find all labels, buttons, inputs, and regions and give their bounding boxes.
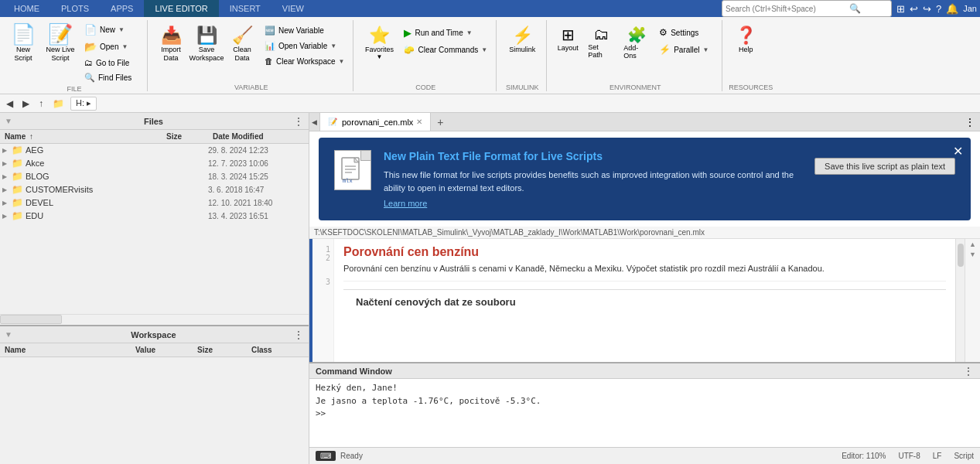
run-and-time-button[interactable]: ▶ Run and Time ▼ — [400, 25, 491, 41]
search-input[interactable] — [726, 5, 849, 13]
save-workspace-label: Save Workspace — [190, 46, 224, 63]
layout-label: Layout — [558, 44, 579, 52]
find-files-button[interactable]: 🔍 Find Files — [80, 70, 142, 85]
line-ending: LF — [933, 452, 942, 460]
file-row[interactable]: ▶ 📁 EDU 13. 4. 2023 16:51 — [0, 210, 309, 223]
file-row[interactable]: ▶ 📁 CUSTOMERvisits 3. 6. 2018 16:47 — [0, 183, 309, 196]
open-button[interactable]: 📂 Open ▼ — [80, 39, 142, 55]
simulink-section-label: SIMULINK — [503, 84, 541, 91]
workspace-collapse-icon[interactable]: ▼ — [5, 330, 12, 339]
forward-button[interactable]: ▶ — [19, 97, 32, 111]
file-row[interactable]: ▶ 📁 Akce 12. 7. 2023 10:06 — [0, 157, 309, 170]
command-window-body[interactable]: Hezký den, Jane!Je jasno a teplota -1.76… — [309, 379, 980, 447]
browse-button[interactable]: 📁 — [50, 97, 67, 111]
favorites-button[interactable]: ⭐ Favorites ▼ — [360, 22, 398, 64]
search-bar[interactable]: 🔍 — [722, 0, 892, 17]
go-to-file-button[interactable]: 🗂 Go to File — [80, 56, 142, 70]
folder-icon: 📁 — [12, 210, 23, 221]
settings-button[interactable]: ⚙ Settings — [655, 25, 717, 40]
new-script-icon: 📄 — [11, 24, 36, 44]
find-files-icon: 🔍 — [84, 73, 95, 83]
file-date-label: 29. 8. 2024 12:23 — [208, 146, 309, 155]
files-section: ▼ Files ⋮ Name ↑ Size Date Modified ▶ 📁 … — [0, 113, 309, 325]
new-tab-button[interactable]: + — [431, 113, 449, 131]
files-menu-button[interactable]: ⋮ — [293, 115, 304, 128]
clean-data-icon: 🧹 — [232, 26, 253, 46]
editor-scrollbar[interactable] — [955, 239, 965, 362]
help-icon[interactable]: ? — [936, 3, 941, 15]
save-workspace-button[interactable]: 💾 Save Workspace — [190, 22, 224, 67]
back-button[interactable]: ◀ — [3, 97, 16, 111]
file-date-label: 18. 3. 2024 15:25 — [208, 172, 309, 181]
cmd-line: Je jasno a teplota -1.76°C, pocitově -5.… — [316, 395, 974, 408]
clear-workspace-dropdown: ▼ — [339, 58, 345, 65]
tab-plots[interactable]: PLOTS — [50, 0, 100, 17]
tab-insert[interactable]: INSERT — [219, 0, 271, 17]
new-live-script-button[interactable]: 📝 New Live Script — [42, 20, 79, 67]
tab-menu-button[interactable]: ⋮ — [960, 113, 980, 131]
simulink-button[interactable]: ⚡ Simulink — [503, 22, 541, 57]
tab-apps[interactable]: APPS — [100, 0, 144, 17]
add-ons-button[interactable]: 🧩 Add-Ons — [620, 22, 654, 63]
file-date-label: 12. 10. 2021 18:40 — [208, 199, 309, 207]
tab-home[interactable]: HOME — [3, 0, 50, 17]
new-variable-button[interactable]: 🆕 New Variable — [261, 23, 348, 38]
simulink-label: Simulink — [509, 46, 535, 53]
file-row[interactable]: ▶ 📁 AEG 29. 8. 2024 12:23 — [0, 144, 309, 157]
workspace-menu-button[interactable]: ⋮ — [293, 329, 304, 341]
popup-close-button[interactable]: ✕ — [953, 144, 963, 159]
file-row[interactable]: ▶ 📁 DEVEL 12. 10. 2021 18:40 — [0, 196, 309, 210]
code-section-label: CODE — [360, 84, 491, 91]
import-data-button[interactable]: 📥 Import Data — [154, 22, 188, 67]
undo-button[interactable]: ↩ — [910, 3, 918, 15]
new-button[interactable]: 📄 New ▼ — [80, 22, 142, 38]
editor-text-area[interactable]: Porovnání cen benzínu Porovnání cen benz… — [334, 239, 955, 362]
file-name-label: CUSTOMERvisits — [26, 185, 162, 194]
command-window-title: Command Window — [316, 367, 392, 376]
tab-scroll-left[interactable]: ◀ — [309, 113, 320, 131]
find-files-label: Find Files — [98, 73, 131, 82]
layout-icon[interactable]: ⊞ — [896, 3, 905, 15]
new-script-button[interactable]: 📄 New Script — [6, 20, 40, 67]
help-button[interactable]: ❓ Help — [729, 22, 763, 57]
clear-workspace-button[interactable]: 🗑 Clear Workspace ▼ — [261, 54, 348, 68]
popup-learn-more-link[interactable]: Learn more — [384, 199, 802, 208]
popup-body: This new file format for live scripts pr… — [384, 169, 802, 194]
editor-tab-main[interactable]: 📝 porovnani_cen.mlx ✕ — [320, 113, 431, 131]
command-window-menu[interactable]: ⋮ — [963, 365, 974, 377]
ws-col-name: Name — [0, 345, 131, 355]
layout-button[interactable]: ⊞ Layout — [553, 22, 582, 56]
popup-save-button[interactable]: Save this live script as plain text — [814, 158, 955, 175]
file-section-label: FILE — [6, 85, 142, 93]
open-variable-button[interactable]: 📊 Open Variable ▼ — [261, 39, 348, 53]
clear-commands-button[interactable]: 🧽 Clear Commands ▼ — [400, 43, 491, 57]
parallel-dropdown: ▼ — [703, 46, 709, 53]
set-path-button[interactable]: 🗂 Set Path — [584, 22, 618, 63]
file-row[interactable]: ▶ 📁 BLOG 18. 3. 2024 15:25 — [0, 170, 309, 183]
mini-toolbar-down[interactable]: ▼ — [969, 251, 976, 258]
files-collapse-icon[interactable]: ▼ — [5, 117, 12, 125]
editor-content[interactable]: 1 2 3 Porovnání cen benzínu Porovnání ce… — [309, 239, 980, 362]
right-panel: ◀ 📝 porovnani_cen.mlx ✕ + ⋮ mlx — [309, 113, 980, 464]
up-button[interactable]: ↑ — [36, 97, 46, 111]
file-expand-arrow: ▶ — [0, 200, 9, 206]
notifications-icon[interactable]: 🔔 — [946, 3, 958, 15]
redo-button[interactable]: ↪ — [923, 3, 931, 15]
workspace-table-header: Name Value Size Class — [0, 343, 309, 357]
main-layout: ▼ Files ⋮ Name ↑ Size Date Modified ▶ 📁 … — [0, 113, 980, 464]
horizontal-scrollbar[interactable] — [0, 314, 309, 325]
tab-close-button[interactable]: ✕ — [416, 118, 422, 126]
mini-toolbar-up[interactable]: ▲ — [969, 241, 976, 248]
settings-label: Settings — [671, 29, 698, 37]
file-expand-arrow: ▶ — [0, 147, 9, 154]
layout-toolbar-icon: ⊞ — [562, 26, 575, 44]
folder-icon: 📁 — [12, 171, 23, 182]
file-date-label: 12. 7. 2023 10:06 — [208, 159, 309, 168]
tab-live-editor[interactable]: LIVE EDITOR — [144, 0, 218, 17]
folder-icon: 📁 — [12, 158, 23, 169]
parallel-button[interactable]: ⚡ Parallel ▼ — [655, 42, 717, 57]
popup-notification: mlx New Plain Text File Format for Live … — [319, 138, 971, 220]
clean-data-button[interactable]: 🧹 Clean Data — [225, 22, 259, 67]
tab-view[interactable]: VIEW — [271, 0, 315, 17]
file-type: Script — [954, 452, 974, 460]
